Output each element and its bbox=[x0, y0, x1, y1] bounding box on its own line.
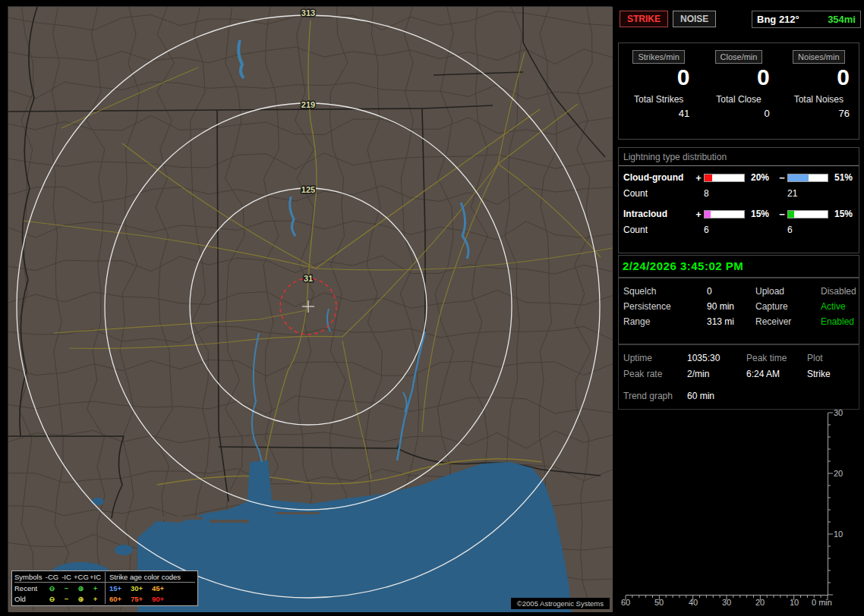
trend-x-tick-30: 30 bbox=[720, 598, 733, 607]
legend-symbols-header: Symbols bbox=[14, 573, 45, 581]
range-value: 313 mi bbox=[707, 316, 755, 327]
cg-negative-gauge bbox=[787, 174, 828, 182]
plot-label: Plot bbox=[807, 353, 859, 363]
legend-header-row: Symbols -CG -IC +CG +IC Strike age color… bbox=[14, 572, 195, 583]
status-row-squelch: Squelch 0 Upload Disabled bbox=[619, 284, 859, 299]
intracloud-row: Intracloud + 15% − 15% bbox=[619, 206, 859, 222]
cg-negative-count: 21 bbox=[787, 188, 831, 199]
cg-positive-percent: 20% bbox=[748, 172, 777, 183]
cg-positive-gauge-fill bbox=[705, 174, 712, 181]
age-60: 60+ bbox=[109, 595, 131, 603]
plus-sign: + bbox=[693, 172, 704, 184]
peak-rate-label: Peak rate bbox=[623, 369, 687, 379]
legend-col-neg-cg: -CG bbox=[45, 573, 59, 581]
strike-mode-button[interactable]: STRIKE bbox=[620, 11, 668, 27]
ic-negative-count: 6 bbox=[787, 225, 831, 235]
total-close-value: 0 bbox=[698, 108, 778, 119]
trend-x-tick-20: 20 bbox=[753, 598, 767, 607]
ring-label-31: 31 bbox=[304, 274, 313, 283]
neg-cg-recent-icon: ⊖ bbox=[45, 584, 59, 592]
uptime-value: 1035:30 bbox=[687, 353, 746, 363]
pos-cg-recent-icon: ⊕ bbox=[74, 584, 88, 592]
upload-status: Disabled bbox=[821, 286, 859, 297]
legend-recent-row: Recent ⊖ − ⊕ + 15+ 30+ 45+ bbox=[14, 583, 195, 593]
stats-row-1: Uptime 1035:30 Peak time Plot bbox=[619, 350, 859, 366]
strikes-per-min-value: 0 bbox=[619, 65, 698, 90]
pos-ic-recent-icon: + bbox=[88, 584, 102, 592]
trend-x-axis-end-label: 0 min bbox=[812, 598, 832, 607]
total-strikes-label: Total Strikes bbox=[619, 94, 698, 105]
bearing-distance: 354mi bbox=[828, 14, 856, 25]
squelch-value: 0 bbox=[707, 286, 755, 297]
ic-positive-percent: 15% bbox=[748, 209, 777, 219]
trend-graph-value: 60 min bbox=[687, 391, 746, 401]
peak-time-label: Peak time bbox=[746, 353, 807, 363]
legend-col-pos-ic: +IC bbox=[88, 573, 102, 581]
ring-label-313: 313 bbox=[301, 8, 315, 17]
mode-toolbar: STRIKE NOISE Bng 212° 354mi bbox=[620, 9, 861, 29]
trend-x-tick-60: 60 bbox=[619, 598, 632, 607]
rate-counters-panel: Strikes/min 0 Total Strikes 41 Close/min… bbox=[618, 42, 859, 140]
legend-old-ages: 60+ 75+ 90+ bbox=[105, 593, 195, 604]
total-noises-label: Total Noises bbox=[779, 94, 859, 105]
age-75: 75+ bbox=[131, 595, 152, 603]
age-15: 15+ bbox=[109, 584, 131, 592]
trend-graph: 30 20 10 60 50 40 30 20 10 0 min bbox=[621, 410, 861, 610]
ic-negative-gauge-fill bbox=[788, 211, 794, 218]
cg-negative-gauge-fill bbox=[788, 174, 809, 181]
ring-label-125: 125 bbox=[301, 185, 315, 194]
neg-ic-recent-icon: − bbox=[59, 584, 74, 592]
cloud-ground-row: Cloud-ground + 20% − 51% bbox=[619, 169, 859, 186]
map-canvas: 313 219 125 31 bbox=[8, 7, 613, 612]
trend-graph-axes bbox=[621, 410, 861, 608]
status-sidebar: STRIKE NOISE Bng 212° 354mi Strikes/min … bbox=[616, 6, 861, 611]
receiver-status: Enabled bbox=[821, 316, 859, 327]
minus-sign: − bbox=[777, 172, 787, 184]
strikes-counter-column: Strikes/min 0 Total Strikes 41 bbox=[619, 43, 698, 139]
distribution-title: Lightning type distribution bbox=[619, 148, 859, 166]
upload-label: Upload bbox=[755, 286, 821, 297]
close-counter-column: Close/min 0 Total Close 0 bbox=[698, 43, 778, 139]
cloud-ground-label: Cloud-ground bbox=[623, 172, 693, 183]
plot-value: Strike bbox=[807, 369, 859, 379]
close-per-min-label: Close/min bbox=[715, 50, 763, 64]
trend-x-tick-40: 40 bbox=[686, 598, 700, 607]
age-45: 45+ bbox=[152, 584, 173, 592]
session-stats-panel: Uptime 1035:30 Peak time Plot Peak rate … bbox=[618, 344, 859, 410]
total-strikes-value: 41 bbox=[619, 108, 698, 119]
ic-positive-gauge bbox=[704, 210, 745, 218]
trend-graph-label: Trend graph bbox=[623, 391, 687, 401]
age-30: 30+ bbox=[131, 584, 152, 592]
cg-negative-percent: 51% bbox=[831, 172, 860, 183]
legend-col-neg-ic: -IC bbox=[59, 573, 74, 581]
legend-age-header: Strike age color codes bbox=[105, 572, 195, 582]
ic-positive-count: 6 bbox=[704, 225, 748, 235]
lightning-map[interactable]: 313 219 125 31 Symbols -CG -IC +CG +IC S… bbox=[8, 6, 612, 611]
capture-status: Active bbox=[821, 301, 859, 312]
noises-per-min-label: Noises/min bbox=[793, 50, 844, 64]
noise-mode-button[interactable]: NOISE bbox=[673, 11, 716, 27]
cg-positive-gauge bbox=[704, 174, 745, 182]
total-close-label: Total Close bbox=[698, 94, 778, 105]
legend-recent-label: Recent bbox=[14, 584, 45, 592]
strikes-per-min-label: Strikes/min bbox=[632, 50, 684, 64]
trend-y-tick-10: 10 bbox=[834, 530, 850, 539]
pos-ic-old-icon: + bbox=[88, 595, 102, 603]
squelch-label: Squelch bbox=[623, 286, 707, 297]
trend-y-tick-20: 20 bbox=[834, 469, 850, 478]
persistence-label: Persistence bbox=[623, 301, 707, 312]
cg-positive-count: 8 bbox=[704, 188, 748, 199]
legend-col-pos-cg: +CG bbox=[74, 573, 88, 581]
close-per-min-value: 0 bbox=[698, 65, 778, 90]
count-label: Count bbox=[623, 225, 693, 235]
age-90: 90+ bbox=[152, 595, 173, 603]
neg-ic-old-icon: − bbox=[59, 595, 74, 603]
receiver-label: Receiver bbox=[755, 316, 821, 327]
bearing-label: Bng 212° bbox=[757, 14, 799, 25]
total-noises-value: 76 bbox=[779, 108, 859, 119]
plus-sign: + bbox=[693, 209, 704, 220]
intracloud-count-row: Count 6 6 bbox=[619, 222, 859, 237]
copyright-text: ©2005 Astrogenic Systems bbox=[511, 598, 610, 609]
ic-negative-gauge bbox=[787, 210, 828, 218]
cloud-ground-count-row: Count 8 21 bbox=[619, 186, 859, 201]
